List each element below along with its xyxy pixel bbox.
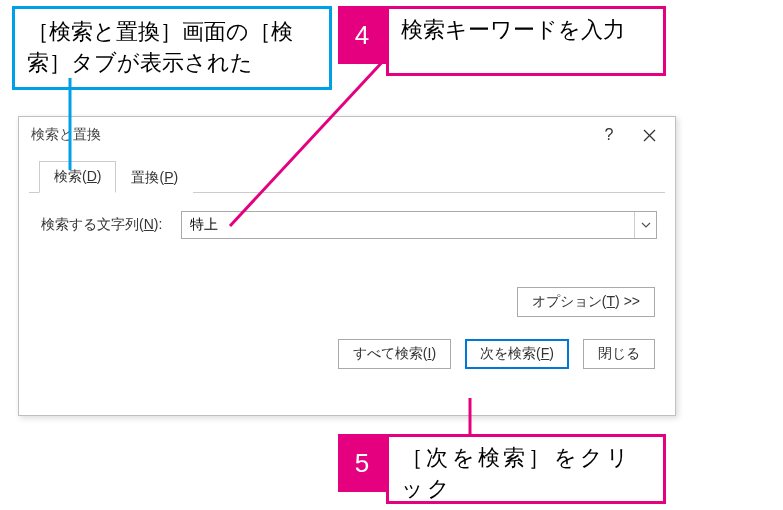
tab-replace[interactable]: 置換(P): [116, 162, 193, 193]
search-row: 検索する文字列(N):: [19, 193, 675, 239]
dialog-title: 検索と置換: [31, 126, 589, 144]
help-button[interactable]: ?: [589, 120, 629, 150]
titlebar: 検索と置換 ?: [19, 117, 675, 153]
tabs: 検索(D) 置換(P): [29, 161, 665, 193]
close-button[interactable]: 閉じる: [583, 339, 655, 369]
chevron-down-icon[interactable]: [634, 212, 656, 238]
tab-search-label: 検索(D): [54, 168, 101, 184]
step-number-4: 4: [338, 6, 386, 64]
options-button[interactable]: オプション(T) >>: [517, 287, 655, 317]
callout-step4: 検索キーワードを入力: [386, 6, 666, 76]
close-icon[interactable]: [629, 120, 669, 150]
find-next-button[interactable]: 次を検索(F): [465, 339, 569, 369]
callout-step5: ［次を検索］をクリック: [386, 434, 666, 504]
find-replace-dialog: 検索と置換 ? 検索(D) 置換(P) 検索する文字列(N): オプション(T)…: [18, 116, 676, 416]
tab-search[interactable]: 検索(D): [39, 161, 116, 193]
tab-replace-label: 置換(P): [131, 169, 178, 185]
find-all-button[interactable]: すべて検索(I): [338, 339, 451, 369]
search-combobox[interactable]: [181, 211, 657, 239]
step-number-5: 5: [338, 434, 386, 492]
callout-tab-shown: ［検索と置換］画面の［検索］タブが表示された: [12, 6, 332, 90]
search-input[interactable]: [182, 212, 634, 238]
search-label: 検索する文字列(N):: [41, 216, 181, 234]
